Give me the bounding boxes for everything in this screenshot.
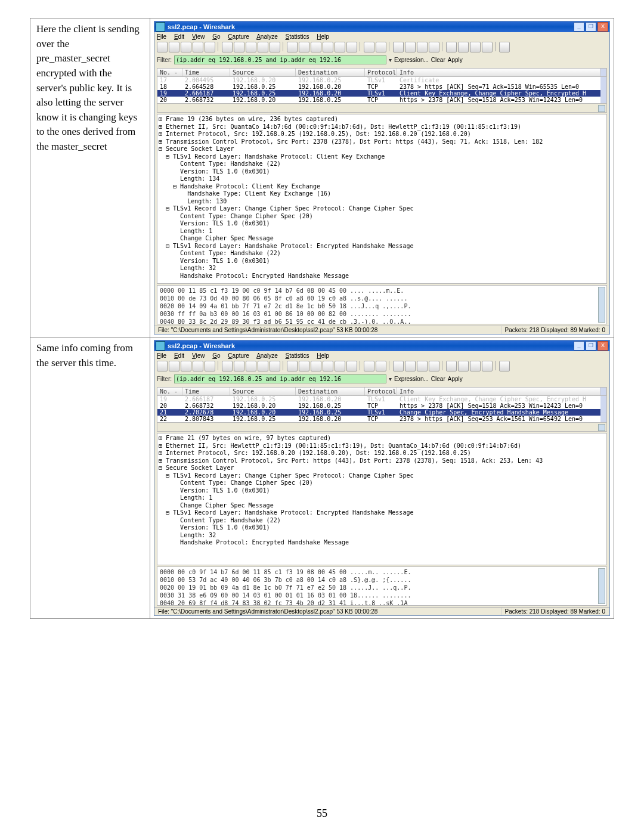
toolbar-icon[interactable] [346,361,357,371]
toolbar-icon[interactable] [270,361,280,371]
detail-line[interactable]: Content Type: Handshake (22) [159,160,605,168]
detail-line[interactable]: ⊟ TLSv1 Record Layer: Change Cipher Spec… [159,472,605,480]
toolbar-icon[interactable] [246,361,256,371]
hex-line[interactable]: 0000 00 c0 9f 14 b7 6d 00 11 85 c1 f3 19… [160,568,604,576]
detail-line[interactable]: Version: TLS 1.0 (0x0301) [159,168,605,176]
detail-line[interactable]: Version: TLS 1.0 (0x0301) [159,220,605,228]
detail-line[interactable]: Handshake Type: Client Key Exchange (16) [159,190,605,198]
packet-row[interactable]: 192.666187192.168.0.25192.168.0.20TLSv1C… [157,396,606,402]
packet-row[interactable]: 172.004495192.168.0.20192.168.0.25TLSv1C… [157,77,606,83]
toolbar-icon[interactable] [181,42,191,52]
toolbar-icon[interactable] [417,361,428,371]
hex-line[interactable]: 0000 00 11 85 c1 f3 19 00 c0 9f 14 b7 6d… [160,287,604,295]
toolbar-icon[interactable] [482,361,493,371]
hex-line[interactable]: 0020 00 19 01 bb 09 4a d1 8e 1c b0 7f 71… [160,584,604,592]
col-source[interactable]: Source [230,69,296,76]
packet-details-pane[interactable]: ⊞ Frame 19 (236 bytes on wire, 236 bytes… [157,114,607,284]
toolbar-icon[interactable] [157,361,168,371]
restore-button[interactable]: ❐ [586,341,596,351]
filter-clear-link[interactable]: Clear [431,57,445,63]
toolbar-icon[interactable] [376,42,386,52]
packet-list-pane[interactable]: No. - Time Source Destination Protocol I… [157,387,607,432]
hex-line[interactable]: 0010 00 de 73 0d 40 00 80 06 05 8f c0 a8… [160,295,604,302]
hex-line[interactable]: 0020 00 14 09 4a 01 bb 7f 71 e7 2c d1 8e… [160,302,604,310]
filter-input[interactable] [174,55,386,64]
detail-line[interactable]: ⊟ Secure Socket Layer [159,145,605,153]
toolbar-icon[interactable] [458,361,469,371]
toolbar-icon[interactable] [405,42,416,52]
toolbar-icon[interactable] [446,361,457,371]
toolbar-icon[interactable] [470,42,481,52]
filter-expression-link[interactable]: Expression... [394,376,429,382]
col-info[interactable]: Info [397,69,600,76]
detail-line[interactable]: ⊞ Frame 21 (97 bytes on wire, 97 bytes c… [159,435,605,442]
toolbar-icon[interactable] [429,42,439,52]
toolbar-icon[interactable] [364,361,374,371]
minimize-button[interactable]: _ [574,341,584,351]
detail-line[interactable]: ⊟ Secure Socket Layer [159,465,605,472]
detail-line[interactable]: ⊞ Transmission Control Protocol, Src Por… [159,138,605,146]
detail-line[interactable]: Length: 32 [159,265,605,272]
packet-list-header[interactable]: No. - Time Source Destination Protocol I… [157,388,606,396]
menu-statistics[interactable]: Statistics [286,33,309,40]
menu-analyze[interactable]: Analyze [256,33,278,40]
toolbar-icon[interactable] [222,42,233,52]
packet-row[interactable]: 202.668732192.168.0.20192.168.0.25TCPhtt… [157,402,606,409]
packet-list-pane[interactable]: No. - Time Source Destination Protocol I… [157,68,607,113]
toolbar-icon[interactable] [417,42,428,52]
detail-line[interactable]: Length: 130 [159,198,605,206]
menu-bar[interactable]: File Edit View Go Capture Analyze Statis… [154,32,609,41]
col-protocol[interactable]: Protocol [365,69,397,76]
toolbar-icon[interactable] [181,361,191,371]
menu-file[interactable]: File [157,352,166,359]
detail-line[interactable]: Length: 134 [159,175,605,183]
toolbar-icon[interactable] [205,361,215,371]
packet-row[interactable]: 222.807843192.168.0.25192.168.0.20TCP237… [157,416,606,422]
toolbar-icon[interactable] [169,361,179,371]
col-source[interactable]: Source [230,388,296,395]
packet-row[interactable]: 192.666187192.168.0.25192.168.0.20TLSv1C… [157,90,606,97]
col-destination[interactable]: Destination [296,69,365,76]
toolbar-icon[interactable] [499,42,510,52]
hex-line[interactable]: 0040 20 69 8f f4 d8 74 83 38 02 fc 73 4b… [160,599,604,606]
close-button[interactable]: X [597,341,608,351]
filter-dropdown-icon[interactable]: ▾ [389,376,392,382]
toolbar-icon[interactable] [222,361,233,371]
menu-file[interactable]: File [157,33,166,40]
menu-help[interactable]: Help [317,352,329,359]
packet-bytes-pane[interactable]: 0000 00 11 85 c1 f3 19 00 c0 9f 14 b7 6d… [157,285,607,324]
menu-statistics[interactable]: Statistics [286,352,309,359]
toolbar-icon[interactable] [458,42,469,52]
hex-line[interactable]: 0030 ff ff 0a b3 00 00 16 03 01 00 86 10… [160,310,604,318]
menu-view[interactable]: View [192,352,205,359]
toolbar-icon[interactable] [376,361,386,371]
toolbar-icon[interactable] [323,42,333,52]
detail-line[interactable]: Length: 1 [159,228,605,236]
minimize-button[interactable]: _ [574,22,584,32]
toolbar-icon[interactable] [311,361,321,371]
detail-line[interactable]: Version: TLS 1.0 (0x0301) [159,524,605,532]
packet-row[interactable]: 202.668732192.168.0.20192.168.0.25TCPhtt… [157,97,606,103]
toolbar-icon[interactable] [393,361,404,371]
toolbar-icon[interactable] [393,42,404,52]
hex-line[interactable]: 0030 31 38 e6 09 00 00 14 03 01 00 01 01… [160,592,604,599]
detail-line[interactable]: ⊞ Transmission Control Protocol, Src Por… [159,457,605,465]
col-time[interactable]: Time [182,388,230,395]
filter-dropdown-icon[interactable]: ▾ [389,57,392,63]
toolbar-icon[interactable] [311,42,321,52]
toolbar-icon[interactable] [470,361,481,371]
detail-line[interactable]: Content Type: Change Cipher Spec (20) [159,479,605,487]
toolbar-icon[interactable] [205,42,215,52]
toolbar-icon[interactable] [234,42,244,52]
detail-line[interactable]: Handshake Protocol: Encrypted Handshake … [159,272,605,280]
hex-line[interactable]: 0010 00 53 7d ac 40 00 40 06 3b 7b c0 a8… [160,576,604,584]
menu-go[interactable]: Go [212,33,220,40]
menu-capture[interactable]: Capture [228,352,249,359]
toolbar-icon[interactable] [270,42,280,52]
toolbar-icon[interactable] [364,42,374,52]
toolbar-icon[interactable] [405,361,416,371]
detail-line[interactable]: Length: 1 [159,494,605,502]
menu-analyze[interactable]: Analyze [256,352,278,359]
filter-expression-link[interactable]: Expression... [394,57,429,63]
toolbar-icon[interactable] [323,361,333,371]
